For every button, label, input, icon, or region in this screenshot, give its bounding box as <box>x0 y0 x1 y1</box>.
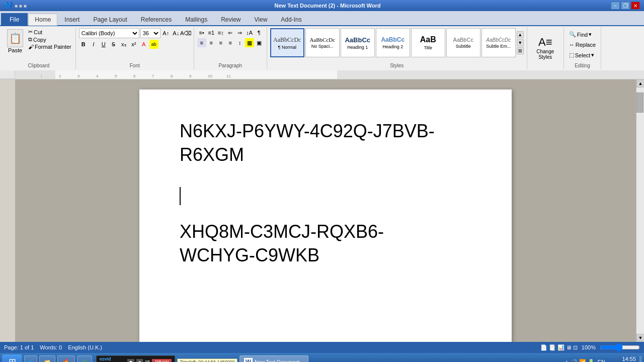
ribbon-tab-bar: File Home Insert Page Layout References … <box>0 11 644 25</box>
font-size-select[interactable]: 36 <box>140 28 160 38</box>
document-text-line1: N6KXJ-P6YWY-4C92Q-J7BVB- <box>180 120 471 143</box>
format-painter-button[interactable]: 🖌 Format Painter <box>27 43 72 50</box>
borders-button[interactable]: ▣ <box>255 38 264 47</box>
ezvid-tooltip: Timeleft: 00:44:56.1450000 <box>177 358 237 362</box>
align-center-button[interactable]: ≡ <box>207 38 216 47</box>
style-normal-button[interactable]: AaBbCcDc ¶ Normal <box>270 28 304 57</box>
ruler: 123 456 789 1011 <box>0 70 644 79</box>
styles-expand-button[interactable]: ⊞ <box>517 47 524 54</box>
ezvid-stop-button[interactable]: ■ <box>127 359 134 362</box>
tab-view[interactable]: View <box>248 13 274 25</box>
ezvid-draw-button[interactable]: DRAW <box>152 359 172 362</box>
taskbar-firefox[interactable]: 🔥 <box>57 355 75 362</box>
line-spacing-button[interactable]: ↕ <box>235 38 245 47</box>
italic-button[interactable]: I <box>89 40 98 49</box>
clear-format-button[interactable]: A⌫ <box>182 29 191 38</box>
find-icon: 🔍 <box>569 31 576 38</box>
style-heading2-button[interactable]: AaBbCc Heading 2 <box>376 28 410 57</box>
change-styles-button[interactable]: A≡ ChangeStyles <box>530 35 560 61</box>
language-indicator: English (U.K.) <box>68 344 102 350</box>
sort-button[interactable]: ↕A <box>245 28 254 37</box>
font-label: Font <box>130 63 140 68</box>
numbering-button[interactable]: ≡1 <box>207 28 216 37</box>
select-button[interactable]: ⬚ Select ▾ <box>567 51 597 59</box>
show-desktop-button[interactable] <box>639 355 642 362</box>
tab-review[interactable]: Review <box>214 13 247 25</box>
taskbar-explorer[interactable]: 📁 <box>39 355 55 362</box>
svg-text:7: 7 <box>152 74 154 78</box>
superscript-button[interactable]: x² <box>129 40 138 49</box>
align-right-button[interactable]: ≡ <box>216 38 225 47</box>
change-styles-group: A≡ ChangeStyles <box>527 27 564 69</box>
subscript-button[interactable]: x₂ <box>119 40 128 49</box>
text-color-button[interactable]: A <box>139 40 148 49</box>
svg-text:11: 11 <box>226 74 231 78</box>
copy-button[interactable]: ⧉ Copy <box>27 36 72 43</box>
taskbar-ie[interactable]: e <box>24 355 37 362</box>
start-button[interactable]: ⊞ <box>2 354 22 362</box>
restore-button[interactable]: ❐ <box>621 2 630 10</box>
cut-button[interactable]: ✂ Cut <box>27 28 72 36</box>
scroll-up-arrow[interactable]: ▲ <box>636 79 644 87</box>
tab-references[interactable]: References <box>134 13 178 25</box>
scroll-track[interactable] <box>636 87 644 334</box>
paste-button[interactable]: 📋 Paste <box>5 28 25 54</box>
tab-page-layout[interactable]: Page Layout <box>87 13 133 25</box>
increase-indent-button[interactable]: ⇒ <box>235 28 245 37</box>
tab-file[interactable]: File <box>1 13 28 25</box>
ruler-corner <box>0 70 15 79</box>
document-text-line4: WCHYG-C9WKB <box>180 244 471 267</box>
tab-addins[interactable]: Add-Ins <box>274 13 308 25</box>
svg-text:10: 10 <box>208 74 212 78</box>
ezvid-rec-button[interactable]: ● <box>136 359 143 362</box>
document-container[interactable]: N6KXJ-P6YWY-4C92Q-J7BVB- R6XGM XHQ8M-C3M… <box>15 79 636 342</box>
minimize-button[interactable]: − <box>611 2 620 10</box>
grow-font-button[interactable]: A↑ <box>162 29 171 38</box>
replace-icon: ↔ <box>569 42 575 48</box>
title-bar: 💙 ■ ■ ■ New Text Document (2) - Microsof… <box>0 0 644 11</box>
find-button[interactable]: 🔍 Find ▾ <box>567 30 594 39</box>
styles-scroll-up-button[interactable]: ▲ <box>517 31 524 38</box>
multilevel-button[interactable]: ≡↕ <box>216 28 225 37</box>
zoom-level: 100% <box>582 344 596 350</box>
tab-mailings[interactable]: Mailings <box>179 13 214 25</box>
vertical-scrollbar[interactable]: ▲ ▼ <box>636 79 644 342</box>
zoom-slider[interactable] <box>600 343 640 351</box>
bold-button[interactable]: B <box>79 40 88 49</box>
svg-text:2: 2 <box>59 74 61 78</box>
show-formatting-button[interactable]: ¶ <box>255 28 264 37</box>
document-text-line2: R6XGM <box>180 143 471 167</box>
format-painter-icon: 🖌 <box>28 44 34 50</box>
style-title-button[interactable]: AaB Title <box>411 28 445 57</box>
style-subtle-em-button[interactable]: AaBbCcDc Subtle Em... <box>481 28 516 57</box>
style-no-spacing-button[interactable]: AaBbCcDc No Spaci... <box>305 28 340 57</box>
taskbar-chrome[interactable]: ⊕ <box>77 355 92 362</box>
style-subtitle-button[interactable]: AaBbCc Subtitle <box>446 28 480 57</box>
shading-button[interactable]: ▦ <box>245 38 254 47</box>
decrease-indent-button[interactable]: ⇐ <box>226 28 235 37</box>
shrink-font-button[interactable]: A↓ <box>172 29 181 38</box>
style-heading1-button[interactable]: AaBbCc Heading 1 <box>341 28 375 57</box>
chrome-icon: ⊕ <box>82 358 88 362</box>
align-left-button[interactable]: ≡ <box>197 38 206 47</box>
tab-home[interactable]: Home <box>28 14 57 26</box>
scroll-down-arrow[interactable]: ▼ <box>636 334 644 342</box>
font-name-select[interactable]: Calibri (Body) <box>79 28 139 38</box>
ezvid-logo: ezvidRECORDER <box>100 357 126 362</box>
close-button[interactable]: ✕ <box>631 2 640 10</box>
document-page[interactable]: N6KXJ-P6YWY-4C92Q-J7BVB- R6XGM XHQ8M-C3M… <box>139 89 512 342</box>
justify-button[interactable]: ≡ <box>226 38 235 47</box>
taskbar-word[interactable]: W New Text Document... <box>239 355 308 362</box>
underline-button[interactable]: U <box>99 40 108 49</box>
word-count: Words: 0 <box>40 344 62 350</box>
scroll-thumb[interactable] <box>636 93 643 113</box>
bullets-button[interactable]: ≡• <box>197 28 206 37</box>
svg-rect-13 <box>337 70 644 79</box>
tab-insert[interactable]: Insert <box>58 13 86 25</box>
keyboard-layout: EN <box>598 359 605 362</box>
replace-button[interactable]: ↔ Replace <box>567 41 598 49</box>
strikethrough-button[interactable]: S̶ <box>109 40 118 49</box>
styles-scroll-down-button[interactable]: ▼ <box>517 39 524 46</box>
copy-icon: ⧉ <box>28 36 32 43</box>
highlight-button[interactable]: ab <box>149 40 158 49</box>
